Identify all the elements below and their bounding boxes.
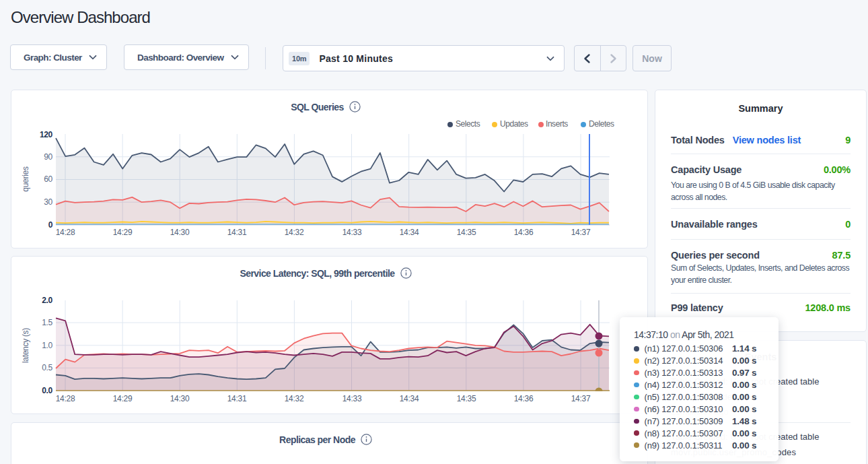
svg-text:queries: queries bbox=[21, 166, 30, 192]
svg-text:14:33: 14:33 bbox=[342, 228, 362, 237]
svg-text:14:37: 14:37 bbox=[571, 394, 591, 403]
svg-text:14:34: 14:34 bbox=[400, 394, 419, 403]
svg-text:latency (s): latency (s) bbox=[21, 328, 30, 363]
svg-text:0.5: 0.5 bbox=[42, 363, 52, 372]
svg-text:14:28: 14:28 bbox=[56, 394, 75, 403]
svg-text:14:32: 14:32 bbox=[285, 394, 304, 403]
svg-text:14:33: 14:33 bbox=[342, 394, 362, 403]
svg-text:60: 60 bbox=[44, 174, 52, 184]
svg-text:14:29: 14:29 bbox=[113, 228, 133, 237]
svg-text:0.0: 0.0 bbox=[42, 386, 52, 395]
svg-text:14:28: 14:28 bbox=[56, 228, 75, 237]
svg-text:2.0: 2.0 bbox=[42, 296, 52, 305]
svg-text:0: 0 bbox=[48, 220, 53, 230]
svg-text:14:35: 14:35 bbox=[457, 394, 476, 403]
svg-text:1.0: 1.0 bbox=[42, 341, 52, 350]
svg-text:30: 30 bbox=[44, 197, 52, 207]
svg-text:1.5: 1.5 bbox=[42, 318, 52, 327]
svg-text:14:31: 14:31 bbox=[227, 394, 247, 403]
svg-text:14:36: 14:36 bbox=[514, 394, 534, 403]
svg-text:14:31: 14:31 bbox=[227, 228, 247, 237]
svg-text:14:30: 14:30 bbox=[170, 228, 190, 237]
svg-text:120: 120 bbox=[40, 130, 53, 139]
svg-text:14:29: 14:29 bbox=[113, 394, 133, 403]
svg-text:14:32: 14:32 bbox=[285, 228, 304, 237]
svg-text:14:30: 14:30 bbox=[170, 394, 190, 403]
svg-text:14:37: 14:37 bbox=[571, 228, 591, 237]
svg-text:14:35: 14:35 bbox=[457, 228, 476, 237]
svg-text:14:36: 14:36 bbox=[514, 228, 534, 237]
svg-text:14:34: 14:34 bbox=[400, 228, 419, 237]
svg-text:90: 90 bbox=[44, 152, 52, 162]
